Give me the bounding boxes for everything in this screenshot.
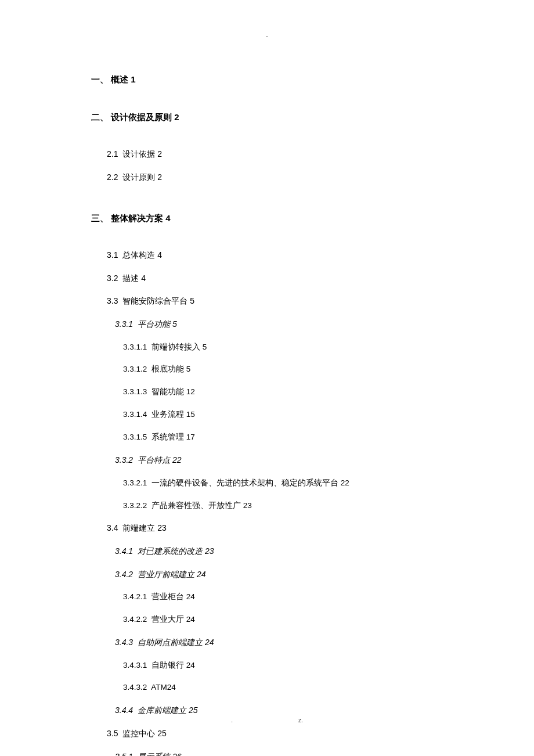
toc-num: 2.1 — [107, 149, 118, 159]
toc-title: 系统管理 17 — [151, 433, 195, 441]
toc-num: 3.3 — [107, 296, 118, 305]
toc-entry-l3: 3.4.3 自助网点前端建立 24 — [115, 637, 488, 649]
toc-num: 3.3.2 — [115, 455, 133, 465]
toc-entry-l2: 3.2 描述 4 — [107, 273, 488, 285]
toc-num: 3.3.1.2 — [123, 365, 147, 373]
toc-entry-l4: 3.4.3.1 自助银行 24 — [123, 660, 488, 671]
toc-entry-h1: 三、整体解决方案 4 — [91, 212, 488, 224]
toc-title: 概述 1 — [111, 74, 136, 84]
toc-entry-l4: 3.4.2.1 营业柜台 24 — [123, 592, 488, 603]
toc-num: 3.3.1.4 — [123, 410, 147, 419]
toc-num: 三、 — [91, 213, 109, 223]
toc-title: 总体构造 4 — [122, 250, 162, 260]
toc-num: 3.4.3.2 — [123, 683, 147, 692]
toc-title: 显示系统 26 — [138, 752, 181, 756]
toc-num: 3.2 — [107, 273, 118, 283]
footer-z: z. — [298, 717, 303, 723]
toc-title: ATM24 — [151, 683, 176, 692]
toc-entry-h1: 二、设计依据及原则 2 — [91, 111, 488, 123]
toc-title: 智能功能 12 — [151, 387, 195, 396]
toc-entry-l4: 3.3.1.3 智能功能 12 — [123, 387, 488, 398]
header-mark: - — [266, 33, 268, 39]
toc-entry-l2: 3.5 监控中心 25 — [107, 728, 488, 740]
footer-dot: . — [231, 717, 233, 723]
toc-title: 营业柜台 24 — [151, 592, 195, 601]
toc-title: 金库前端建立 25 — [138, 705, 197, 715]
toc-title: 描述 4 — [122, 273, 146, 283]
toc-entry-l4: 3.3.2.1 一流的硬件设备、先进的技术架构、稳定的系统平台 22 — [123, 478, 488, 489]
toc-entry-l2: 3.4 前端建立 23 — [107, 523, 488, 534]
toc-num: 3.5.1 — [115, 752, 133, 756]
toc-title: 设计依据 2 — [122, 149, 162, 159]
toc-num: 3.4.2 — [115, 570, 133, 579]
toc-title: 平台功能 5 — [138, 319, 177, 329]
toc-num: 3.4.2.1 — [123, 592, 147, 601]
toc-title: 自助银行 24 — [151, 661, 195, 669]
footer: . z. — [0, 717, 534, 723]
toc-entry-l4: 3.3.2.2 产品兼容性强、开放性广 23 — [123, 501, 488, 512]
toc-entry-l3: 3.4.4 金库前端建立 25 — [115, 705, 488, 717]
toc-entry-l3: 3.5.1 显示系统 26 — [115, 751, 488, 756]
toc-title: 整体解决方案 4 — [111, 213, 171, 223]
toc-num: 3.3.2.1 — [123, 478, 147, 487]
toc-title: 根底功能 5 — [151, 365, 190, 373]
toc-title: 自助网点前端建立 24 — [138, 638, 214, 647]
toc-title: 营业厅前端建立 24 — [138, 570, 205, 579]
toc-num: 3.3.2.2 — [123, 501, 147, 510]
toc-num: 3.4.4 — [115, 705, 133, 715]
toc-entry-l2: 2.1 设计依据 2 — [107, 149, 488, 160]
toc-num: 3.3.1 — [115, 319, 133, 329]
toc-num: 3.4.3.1 — [123, 661, 147, 669]
toc-num: 一、 — [91, 74, 109, 84]
toc-entry-l3: 3.4.1 对已建系统的改造 23 — [115, 546, 488, 557]
toc-title: 设计依据及原则 2 — [111, 112, 179, 122]
toc-num: 3.4.3 — [115, 638, 133, 647]
toc-title: 一流的硬件设备、先进的技术架构、稳定的系统平台 22 — [151, 478, 349, 487]
toc-entry-l3: 3.3.2 平台特点 22 — [115, 455, 488, 466]
toc-title: 营业大厅 24 — [151, 615, 195, 624]
toc-num: 2.2 — [107, 172, 118, 182]
toc-entry-l4: 3.3.1.4 业务流程 15 — [123, 409, 488, 420]
toc-title: 对已建系统的改造 23 — [138, 546, 214, 556]
toc-entry-l2: 3.1 总体构造 4 — [107, 250, 488, 261]
toc-num: 二、 — [91, 112, 109, 122]
toc-entry-h1: 一、概述 1 — [91, 73, 488, 85]
toc-title: 产品兼容性强、开放性广 23 — [151, 501, 252, 510]
toc-num: 3.3.1.1 — [123, 343, 147, 351]
toc-entry-l4: 3.4.2.2 营业大厅 24 — [123, 614, 488, 625]
toc-title: 前端建立 23 — [122, 523, 166, 532]
toc-num: 3.4.1 — [115, 546, 133, 556]
toc-num: 3.4 — [107, 523, 118, 532]
toc-title: 业务流程 15 — [151, 410, 195, 419]
toc-entry-l3: 3.4.2 营业厅前端建立 24 — [115, 569, 488, 581]
toc-title: 监控中心 25 — [122, 729, 166, 738]
table-of-contents: 一、概述 1 二、设计依据及原则 2 2.1 设计依据 2 2.2 设计原则 2… — [91, 73, 488, 756]
toc-entry-l4: 3.4.3.2 ATM24 — [123, 682, 488, 693]
toc-num: 3.3.1.3 — [123, 387, 147, 396]
toc-entry-l4: 3.3.1.5 系统管理 17 — [123, 432, 488, 443]
toc-title: 前端协转接入 5 — [151, 343, 207, 351]
toc-entry-l4: 3.3.1.2 根底功能 5 — [123, 364, 488, 375]
toc-num: 3.4.2.2 — [123, 615, 147, 624]
toc-entry-l3: 3.3.1 平台功能 5 — [115, 319, 488, 330]
toc-entry-l2: 3.3 智能安防综合平台 5 — [107, 296, 488, 307]
toc-title: 设计原则 2 — [122, 172, 162, 182]
toc-title: 平台特点 22 — [138, 455, 181, 465]
toc-entry-l4: 3.3.1.1 前端协转接入 5 — [123, 342, 488, 353]
toc-title: 智能安防综合平台 5 — [122, 296, 194, 305]
toc-entry-l2: 2.2 设计原则 2 — [107, 172, 488, 183]
toc-num: 3.5 — [107, 729, 118, 738]
toc-num: 3.1 — [107, 250, 118, 260]
toc-num: 3.3.1.5 — [123, 433, 147, 441]
